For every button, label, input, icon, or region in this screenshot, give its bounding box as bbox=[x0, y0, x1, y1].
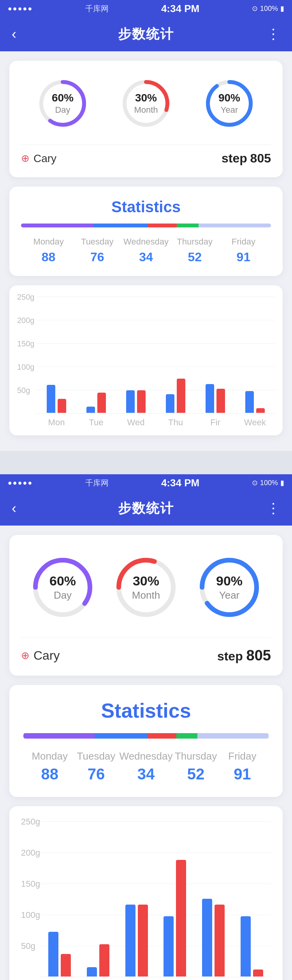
bar-group-week-2 bbox=[241, 916, 263, 977]
bar-group-thu-2 bbox=[164, 860, 186, 977]
bar-blue-week-2 bbox=[241, 916, 251, 977]
site-name-2: 千库网 bbox=[85, 478, 109, 488]
day-col-friday-2: Friday 91 bbox=[219, 750, 266, 783]
pb-light-1 bbox=[199, 224, 271, 227]
day-col-wednesday-2: Wednesday 34 bbox=[120, 750, 173, 783]
user-row-1: ⊕ Cary step 805 bbox=[21, 145, 271, 166]
day-value-wednesday-2: 34 bbox=[137, 765, 155, 783]
circles-row-1: 60% Day 30% Month bbox=[21, 72, 271, 138]
circle-label-month-1: 30% Month bbox=[134, 92, 158, 115]
nav-title-1: 步数统计 bbox=[118, 25, 174, 43]
bar-blue-thu-2 bbox=[164, 916, 174, 977]
bar-blue-wed-1 bbox=[126, 390, 135, 413]
target-icon-1: ⊕ bbox=[21, 152, 30, 164]
circles-card-2: 60% Day 30% Month bbox=[9, 535, 283, 676]
step-info-2: step 805 bbox=[217, 647, 271, 664]
day-name-monday-2: Monday bbox=[32, 750, 68, 762]
circles-row-2: 60% Day 30% Month bbox=[21, 550, 271, 628]
x-label-fir-1: Fir bbox=[195, 418, 235, 428]
circle-label-year-2: 90% Year bbox=[216, 573, 243, 601]
day-pct-2: 60% bbox=[49, 573, 76, 589]
year-pct-2: 90% bbox=[216, 573, 243, 589]
circle-label-day-1: 60% Day bbox=[52, 92, 74, 115]
user-name-1: ⊕ Cary bbox=[21, 152, 56, 165]
status-bar-1: ●●●●● 千库网 4:34 PM ⊙ 100% ▮ bbox=[0, 0, 292, 17]
time-display-2: 4:34 PM bbox=[161, 477, 199, 489]
battery-label: 100% bbox=[260, 5, 278, 13]
circle-label-year-1: 90% Year bbox=[218, 92, 240, 115]
screen-1: ●●●●● 千库网 4:34 PM ⊙ 100% ▮ ‹ 步数统计 ⋮ bbox=[0, 0, 292, 451]
circle-year-2: 90% Year bbox=[196, 554, 262, 620]
status-right-icons-2: ⊙ 100% ▮ bbox=[252, 479, 284, 487]
month-unit-2: Month bbox=[132, 589, 160, 601]
day-value-thursday-2: 52 bbox=[187, 765, 205, 783]
day-value-thursday-1: 52 bbox=[188, 250, 202, 264]
circle-month-2: 30% Month bbox=[113, 554, 179, 620]
day-value-monday-1: 88 bbox=[42, 250, 56, 264]
bar-red-tue-2 bbox=[99, 944, 109, 977]
day-value-wednesday-1: 34 bbox=[139, 250, 153, 264]
pb-purple-1 bbox=[21, 224, 93, 227]
bar-red-thu-1 bbox=[177, 379, 185, 413]
day-col-monday-1: Monday 88 bbox=[24, 237, 73, 264]
day-value-friday-1: 91 bbox=[237, 250, 251, 264]
grid-150g-2: 150g bbox=[21, 879, 40, 889]
bar-red-wed-1 bbox=[137, 390, 146, 413]
bar-red-mon-2 bbox=[61, 954, 71, 977]
day-col-tuesday-2: Tuesday 76 bbox=[73, 750, 119, 783]
status-right-icons: ⊙ 100% ▮ bbox=[252, 4, 284, 13]
x-label-thu-1: Thu bbox=[156, 418, 195, 428]
username-2: Cary bbox=[33, 648, 60, 663]
day-name-wednesday-1: Wednesday bbox=[123, 237, 169, 247]
day-value-tuesday-1: 76 bbox=[90, 250, 104, 264]
day-pct-1: 60% bbox=[52, 92, 74, 104]
nav-title-2: 步数统计 bbox=[118, 500, 174, 517]
chart-card-1: 250g 200g 150g 100g 50g bbox=[9, 285, 283, 435]
battery-label-2: 100% bbox=[260, 479, 278, 487]
x-label-wed-1: Wed bbox=[116, 418, 156, 428]
circle-day-2: 60% Day bbox=[30, 554, 96, 620]
day-unit-1: Day bbox=[52, 105, 74, 115]
bar-blue-mon-1 bbox=[47, 385, 55, 413]
back-button-1[interactable]: ‹ bbox=[12, 26, 31, 42]
circle-ring-year-1: 90% Year bbox=[202, 76, 257, 131]
day-col-tuesday-1: Tuesday 76 bbox=[73, 237, 121, 264]
bar-blue-wed-2 bbox=[125, 905, 135, 977]
x-label-tue-1: Tue bbox=[76, 418, 116, 428]
chart-area-1: 250g 200g 150g 100g 50g bbox=[17, 297, 275, 414]
year-pct-1: 90% bbox=[218, 92, 240, 104]
circle-ring-month-2: 30% Month bbox=[113, 554, 179, 620]
bar-group-tue-1 bbox=[86, 393, 106, 413]
grid-50g-2: 50g bbox=[21, 941, 35, 951]
nav-bar-1: ‹ 步数统计 ⋮ bbox=[0, 17, 292, 51]
stats-title-1: Statistics bbox=[21, 198, 271, 216]
days-row-2: Monday 88 Tuesday 76 Wednesday 34 Thursd… bbox=[23, 750, 269, 783]
grid-100g-2: 100g bbox=[21, 910, 40, 920]
grid-250g-2: 250g bbox=[21, 817, 40, 827]
year-unit-1: Year bbox=[218, 105, 240, 115]
circle-ring-month-1: 30% Month bbox=[119, 76, 173, 131]
day-value-friday-2: 91 bbox=[234, 765, 251, 783]
day-name-monday-1: Monday bbox=[33, 237, 63, 247]
menu-button-2[interactable]: ⋮ bbox=[261, 500, 280, 517]
circle-label-month-2: 30% Month bbox=[132, 573, 160, 601]
bar-red-week-1 bbox=[256, 408, 265, 413]
circle-label-day-2: 60% Day bbox=[49, 573, 76, 601]
pb-green-1 bbox=[177, 224, 199, 227]
circle-ring-year-2: 90% Year bbox=[196, 554, 262, 620]
nav-bar-2: ‹ 步数统计 ⋮ bbox=[0, 491, 292, 526]
pb-light-2 bbox=[197, 733, 269, 739]
progress-bar-2 bbox=[23, 733, 269, 739]
bar-group-fir-2 bbox=[202, 899, 225, 977]
bar-red-fir-2 bbox=[215, 905, 225, 977]
bar-group-wed-1 bbox=[126, 390, 146, 413]
menu-button-1[interactable]: ⋮ bbox=[261, 26, 280, 42]
bar-blue-thu-1 bbox=[166, 394, 174, 413]
bar-group-thu-1 bbox=[166, 379, 185, 413]
back-button-2[interactable]: ‹ bbox=[12, 500, 31, 517]
bar-blue-week-1 bbox=[245, 391, 254, 413]
bar-red-mon-1 bbox=[58, 399, 66, 413]
wifi-icon: ⊙ bbox=[252, 4, 258, 13]
grid-label-200g-1: 200g bbox=[17, 316, 35, 325]
pb-blue-1 bbox=[93, 224, 148, 227]
